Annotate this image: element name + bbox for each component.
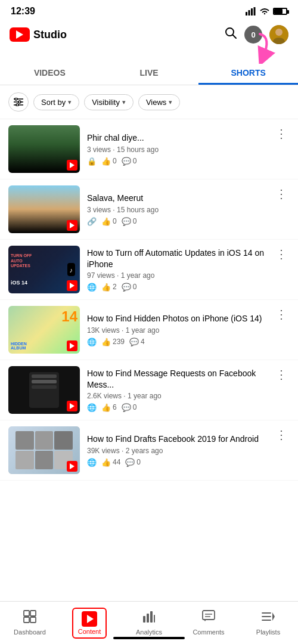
video-title[interactable]: How to Find Hidden Photos on iPhone (iOS… (87, 313, 266, 324)
play-icon (70, 343, 74, 349)
video-title[interactable]: How to Find Message Requests on Facebook… (87, 368, 266, 389)
svg-point-14 (18, 101, 21, 103)
visibility-filter[interactable]: Visibility ▾ (84, 94, 134, 110)
video-meta: 3 views · 15 hours ago (87, 145, 266, 154)
tab-live[interactable]: LIVE (100, 61, 199, 85)
globe-icon: 🌐 (87, 403, 97, 412)
video-thumbnail[interactable] (8, 185, 80, 233)
video-info: How to Find Drafts Facebook 2019 for And… (87, 434, 266, 466)
tab-videos[interactable]: VIDEOS (0, 61, 100, 85)
content-active-box: Content (72, 608, 107, 639)
list-item: How to Find Drafts Facebook 2019 for And… (0, 420, 298, 481)
more-options-button[interactable]: ⋮ (273, 126, 290, 141)
more-options-button[interactable]: ⋮ (273, 247, 290, 261)
playlists-icon (262, 610, 275, 626)
logo-area: Studio (10, 27, 224, 42)
nav-content[interactable]: Content (60, 602, 119, 644)
video-thumbnail[interactable] (8, 366, 80, 414)
svg-rect-2 (251, 8, 253, 16)
play-icon (70, 162, 74, 168)
more-options-button[interactable]: ⋮ (273, 307, 290, 321)
svg-point-13 (15, 98, 17, 100)
signal-icon (246, 7, 256, 16)
chevron-down-icon: ▾ (68, 98, 72, 106)
sort-by-filter[interactable]: Sort by ▾ (33, 94, 79, 110)
svg-rect-19 (30, 617, 36, 623)
wifi-icon (259, 7, 270, 16)
app-title: Studio (33, 29, 67, 41)
video-info: Salava, Meerut 3 views · 15 hours ago 🔗 … (87, 193, 266, 225)
video-stats: 🔒 👍 0 💬 0 (87, 157, 266, 166)
shorts-badge (67, 401, 77, 411)
video-title[interactable]: How to Turn off Automatic Updates in iOS… (87, 247, 266, 269)
home-indicator (113, 637, 185, 639)
comment-icon: 💬 (122, 283, 131, 292)
comment-icon: 💬 (122, 217, 131, 226)
likes-stat: 👍 0 (101, 157, 117, 166)
video-info: Phir chal diye... 3 views · 15 hours ago… (87, 132, 266, 165)
nav-comments[interactable]: Comments (179, 602, 238, 644)
video-list: Phir chal diye... 3 views · 15 hours ago… (0, 119, 298, 481)
lock-icon: 🔒 (87, 157, 97, 166)
video-thumbnail[interactable]: TURN OFFAUTOUPDATES iOS 14 ♪ (8, 246, 80, 293)
video-meta: 97 views · 1 year ago (87, 271, 266, 280)
video-info: How to Turn off Automatic Updates in iOS… (87, 247, 266, 291)
video-thumbnail[interactable] (8, 426, 80, 474)
svg-marker-30 (272, 612, 275, 621)
filter-icon-button[interactable] (8, 92, 29, 112)
svg-rect-3 (254, 7, 256, 16)
battery-icon (273, 8, 287, 15)
svg-rect-20 (143, 616, 145, 623)
video-meta: 2.6K views · 1 year ago (87, 392, 266, 400)
shorts-badge (67, 160, 77, 171)
video-title[interactable]: How to Find Drafts Facebook 2019 for And… (87, 434, 266, 444)
shorts-badge (67, 461, 77, 472)
more-options-button[interactable]: ⋮ (273, 367, 290, 382)
video-title[interactable]: Phir chal diye... (87, 132, 266, 143)
nav-playlists[interactable]: Playlists (238, 602, 298, 644)
svg-rect-0 (246, 12, 247, 16)
nav-dashboard[interactable]: Dashboard (0, 602, 60, 644)
status-bar: 12:39 (0, 0, 298, 20)
nav-playlists-label: Playlists (256, 628, 280, 636)
more-options-button[interactable]: ⋮ (273, 428, 290, 442)
play-icon (70, 222, 74, 228)
nav-content-label: Content (78, 628, 101, 635)
svg-point-15 (16, 104, 18, 106)
filter-bar: Sort by ▾ Visibility ▾ Views ▾ (0, 85, 298, 119)
video-meta: 39K views · 2 years ago (87, 447, 266, 455)
video-title[interactable]: Salava, Meerut (87, 193, 266, 203)
likes-stat: 👍 6 (101, 403, 117, 412)
video-stats: 🌐 👍 239 💬 4 (87, 338, 266, 346)
list-item: Salava, Meerut 3 views · 15 hours ago 🔗 … (0, 179, 298, 240)
video-stats: 🌐 👍 44 💬 0 (87, 458, 266, 467)
play-icon (70, 283, 74, 289)
list-item: 14 HIDDENALBUM How to Find Hidden Photos… (0, 300, 298, 360)
thumbs-up-icon: 👍 (101, 403, 111, 412)
play-icon (70, 463, 74, 469)
content-play-icon (82, 611, 97, 627)
video-meta: 13K views · 1 year ago (87, 326, 266, 335)
dashboard-icon (23, 610, 36, 626)
status-time: 12:39 (11, 6, 35, 17)
globe-icon: 🌐 (87, 458, 97, 467)
comments-stat: 💬 0 (122, 403, 137, 412)
globe-icon: 🌐 (87, 338, 97, 346)
link-icon: 🔗 (87, 217, 97, 226)
video-thumbnail[interactable]: 14 HIDDENALBUM (8, 306, 80, 354)
analytics-icon (142, 610, 156, 626)
video-thumbnail[interactable] (8, 125, 80, 173)
comments-stat: 💬 0 (122, 157, 137, 166)
more-options-button[interactable]: ⋮ (273, 187, 290, 201)
youtube-logo (10, 27, 30, 42)
views-filter[interactable]: Views ▾ (138, 94, 180, 110)
video-info: How to Find Message Requests on Facebook… (87, 368, 266, 411)
comments-stat: 💬 4 (129, 338, 145, 346)
nav-comments-label: Comments (193, 628, 224, 636)
video-stats: 🌐 👍 2 💬 0 (87, 283, 266, 292)
svg-rect-17 (30, 611, 36, 616)
likes-stat: 👍 0 (101, 217, 117, 226)
tab-shorts[interactable]: SHORTS (198, 61, 298, 85)
nav-analytics-label: Analytics (136, 628, 162, 636)
list-item: How to Find Message Requests on Facebook… (0, 360, 298, 420)
